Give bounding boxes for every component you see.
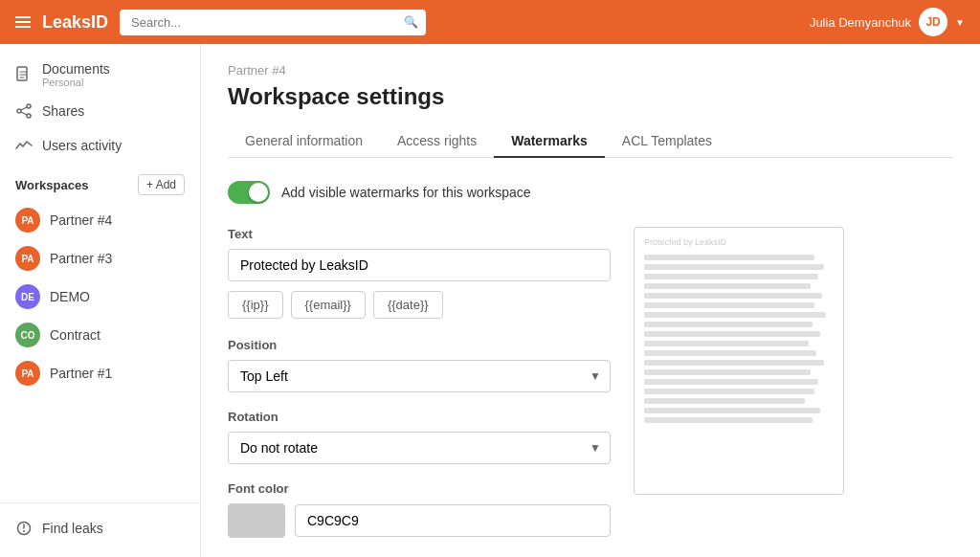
preview-line <box>644 408 820 413</box>
preview-line <box>644 379 818 385</box>
position-select[interactable]: Top Left Top Center Top Right Center Bot… <box>228 360 611 392</box>
position-select-wrap: Top Left Top Center Top Right Center Bot… <box>228 360 611 392</box>
preview-line <box>644 322 813 327</box>
app-layout: Documents Personal Shares Users activity… <box>0 44 980 557</box>
document-icon <box>15 66 33 83</box>
shares-label: Shares <box>42 103 84 119</box>
workspace-item-partner4[interactable]: PA Partner #4 <box>0 201 200 239</box>
workspace-label-contract: Contract <box>50 327 100 343</box>
workspace-label-demo: DEMO <box>50 289 90 304</box>
sidebar-item-documents[interactable]: Documents Personal <box>0 56 200 94</box>
preview-lines <box>644 255 834 423</box>
documents-label: Documents <box>42 61 110 77</box>
preview-line <box>644 293 822 299</box>
preview-line <box>644 331 820 337</box>
rotation-select-wrap: Do not rotate 45 degrees 90 degrees -45 … <box>228 432 611 464</box>
token-ip-button[interactable]: {{ip}} <box>228 291 283 319</box>
workspace-item-demo[interactable]: DE DEMO <box>0 278 200 316</box>
color-hex-input[interactable] <box>295 504 611 537</box>
watermark-form: Text {{ip}} {{email}} {{date}} Position <box>228 227 611 557</box>
user-menu[interactable]: Julia Demyanchuk JD ▼ <box>810 8 965 36</box>
tab-watermarks[interactable]: Watermarks <box>494 125 605 158</box>
position-label: Position <box>228 338 611 352</box>
breadcrumb: Partner #4 <box>228 63 953 78</box>
workspace-item-partner3[interactable]: PA Partner #3 <box>0 239 200 278</box>
workspace-label-partner4: Partner #4 <box>50 212 112 228</box>
rotation-section: Rotation Do not rotate 45 degrees 90 deg… <box>228 410 611 464</box>
users-activity-label: Users activity <box>42 138 122 153</box>
tabs-bar: General information Access rights Waterm… <box>228 125 953 158</box>
tab-access-rights[interactable]: Access rights <box>380 125 494 158</box>
preview-line <box>644 283 811 289</box>
search-input[interactable] <box>120 10 426 35</box>
sidebar-item-shares[interactable]: Shares <box>0 94 200 128</box>
token-buttons-row: {{ip}} {{email}} {{date}} <box>228 291 611 319</box>
avatar: JD <box>919 8 947 36</box>
preview-line <box>644 341 809 346</box>
workspace-badge-partner3: PA <box>15 246 40 271</box>
sidebar: Documents Personal Shares Users activity… <box>0 44 201 557</box>
svg-point-1 <box>27 104 31 108</box>
activity-icon <box>15 137 33 154</box>
watermark-form-preview: Text {{ip}} {{email}} {{date}} Position <box>228 227 953 557</box>
app-header: LeaksID 🔍 Julia Demyanchuk JD ▼ <box>0 0 980 44</box>
workspace-badge-contract: CO <box>15 323 40 347</box>
preview-line <box>644 255 814 260</box>
add-workspace-button[interactable]: + Add <box>138 174 185 195</box>
color-swatch[interactable] <box>228 503 285 538</box>
color-row <box>228 503 611 538</box>
chevron-down-icon: ▼ <box>955 17 965 28</box>
preview-line <box>644 264 824 270</box>
workspace-item-partner1[interactable]: PA Partner #1 <box>0 354 200 392</box>
svg-rect-0 <box>17 67 27 80</box>
app-logo: LeaksID <box>42 12 108 33</box>
workspace-label-partner1: Partner #1 <box>50 366 112 381</box>
preview-line <box>644 417 813 423</box>
menu-icon[interactable] <box>15 16 31 28</box>
rotation-label: Rotation <box>228 410 611 424</box>
toggle-knob <box>249 183 268 202</box>
preview-line <box>644 302 814 308</box>
watermark-preview-col: Protected by LeaksID <box>634 227 844 495</box>
watermark-toggle-row: Add visible watermarks for this workspac… <box>228 181 953 204</box>
preview-line <box>644 398 805 404</box>
token-date-button[interactable]: {{date}} <box>373 291 443 319</box>
text-field-label: Text <box>228 227 611 241</box>
token-email-button[interactable]: {{email}} <box>291 291 366 319</box>
preview-line <box>644 312 826 318</box>
workspace-item-contract[interactable]: CO Contract <box>0 316 200 354</box>
workspace-badge-partner4: PA <box>15 208 40 233</box>
preview-line <box>644 360 824 366</box>
sidebar-item-users-activity[interactable]: Users activity <box>0 128 200 163</box>
watermark-preview: Protected by LeaksID <box>634 227 844 495</box>
watermark-toggle-label: Add visible watermarks for this workspac… <box>281 185 531 200</box>
svg-point-2 <box>17 109 21 113</box>
shares-icon <box>15 102 33 120</box>
preview-line <box>644 369 811 375</box>
svg-point-3 <box>27 114 31 118</box>
workspace-badge-partner1: PA <box>15 361 40 386</box>
search-bar: 🔍 <box>120 10 426 35</box>
workspace-badge-demo: DE <box>15 284 40 309</box>
workspaces-title: Workspaces <box>15 178 88 192</box>
font-color-label: Font color <box>228 481 611 496</box>
workspace-label-partner3: Partner #3 <box>50 251 112 266</box>
watermark-toggle[interactable] <box>228 181 270 204</box>
rotation-select[interactable]: Do not rotate 45 degrees 90 degrees -45 … <box>228 432 611 464</box>
sidebar-bottom: Find leaks <box>0 502 200 546</box>
preview-line <box>644 274 818 279</box>
preview-watermark-text: Protected by LeaksID <box>644 237 834 247</box>
tab-acl-templates[interactable]: ACL Templates <box>605 125 729 158</box>
main-content: Partner #4 Workspace settings General in… <box>201 44 980 557</box>
svg-point-6 <box>23 530 25 532</box>
user-name: Julia Demyanchuk <box>810 15 911 30</box>
sidebar-item-find-leaks[interactable]: Find leaks <box>0 511 200 546</box>
font-color-section: Font color <box>228 481 611 538</box>
page-title: Workspace settings <box>228 83 953 110</box>
preview-line <box>644 350 816 356</box>
workspaces-section-header: Workspaces + Add <box>0 163 200 201</box>
preview-line <box>644 389 814 394</box>
watermark-text-input[interactable] <box>228 249 611 281</box>
text-section: Text {{ip}} {{email}} {{date}} <box>228 227 611 319</box>
tab-general[interactable]: General information <box>228 125 380 158</box>
